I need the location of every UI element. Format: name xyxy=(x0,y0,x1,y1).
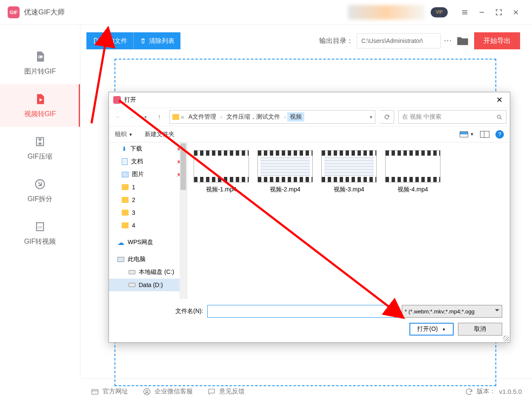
nav-recent-button[interactable]: ▾ xyxy=(140,111,152,123)
dialog-logo-icon xyxy=(113,96,121,104)
tree-item[interactable]: 文档📌 xyxy=(109,155,187,168)
wechat-support-link[interactable]: 企业微信客服 xyxy=(143,387,193,396)
dialog-bottom: 文件名(N): * (*.webm;*.mkv;*.mp4;*.ogg 打开(O… xyxy=(109,299,510,342)
feedback-link[interactable]: 意见反馈 xyxy=(207,387,245,396)
menu-button[interactable] xyxy=(456,4,473,21)
app-logo-icon: GIF xyxy=(8,6,20,18)
tree-item[interactable]: ☁WPS网盘 xyxy=(109,236,187,249)
official-site-link[interactable]: 官方网址 xyxy=(91,387,128,396)
trash-icon xyxy=(140,37,146,44)
tree-item[interactable]: 4 xyxy=(109,219,187,232)
dialog-titlebar[interactable]: 打开 ✕ xyxy=(109,92,510,108)
gif-file-icon: GIF xyxy=(34,220,46,233)
sidebar-item-gif-compress[interactable]: GIF压缩 xyxy=(0,127,80,169)
nav-refresh-button[interactable] xyxy=(380,110,394,124)
cancel-button[interactable]: 取消 xyxy=(458,323,502,336)
output-dir-label: 输出目录： xyxy=(319,37,353,46)
open-folder-button[interactable] xyxy=(455,34,470,48)
svg-point-14 xyxy=(146,390,148,392)
image-file-icon xyxy=(34,50,46,63)
tree-item[interactable]: ⬇下载📌 xyxy=(109,142,187,155)
file-icon xyxy=(92,37,99,44)
open-button[interactable]: 打开(O) ▼ xyxy=(409,323,454,336)
vip-badge[interactable]: VIP xyxy=(431,7,448,17)
filetype-select[interactable]: * (*.webm;*.mkv;*.mp4;*.ogg xyxy=(402,305,502,318)
support-icon xyxy=(143,387,151,396)
path-breadcrumb[interactable]: « A文件管理› 文件压缩，测试文件› 视频 ▾ xyxy=(169,110,375,124)
tree-item[interactable]: 图片📌 xyxy=(109,168,187,181)
tree-scrollbar[interactable] xyxy=(180,142,187,299)
svg-point-15 xyxy=(498,115,501,118)
app-title: 优速GIF大师 xyxy=(24,7,65,17)
help-button[interactable]: ? xyxy=(495,130,504,139)
svg-rect-12 xyxy=(92,390,98,394)
output-dir-input[interactable] xyxy=(357,33,441,48)
file-open-dialog: 打开 ✕ ← → ▾ ↑ « A文件管理› 文件压缩，测试文件› 视频 ▾ 在 … xyxy=(109,92,510,343)
filename-input[interactable] xyxy=(207,305,398,318)
sidebar: 图片转GIF 视频转GIF GIF压缩 GIF拆分 GIF GIF转视频 xyxy=(0,25,80,378)
version-info[interactable]: 版本： v1.0.5.0 xyxy=(465,387,522,396)
tree-item[interactable]: Data (D:) xyxy=(109,279,187,291)
file-item[interactable]: 视频-4.mp4 xyxy=(383,150,443,291)
title-bar: GIF 优速GIF大师 VIP xyxy=(0,0,532,25)
add-file-button[interactable]: 添加文件 xyxy=(86,32,134,49)
dialog-title: 打开 xyxy=(124,96,136,104)
view-mode-button[interactable]: ▼ xyxy=(460,131,474,137)
compress-icon xyxy=(34,135,46,148)
fullscreen-button[interactable] xyxy=(490,4,507,21)
dialog-toolbar: 组织 ▼ 新建文件夹 ▼ ? xyxy=(109,126,510,142)
chat-icon xyxy=(207,387,216,396)
video-file-icon xyxy=(34,93,46,105)
new-folder-button[interactable]: 新建文件夹 xyxy=(145,131,174,138)
export-button[interactable]: 开始导出 xyxy=(474,32,520,49)
tree-item[interactable]: 2 xyxy=(109,193,187,206)
file-item[interactable]: 视频-2.mp4 xyxy=(255,150,315,291)
tree-item[interactable]: 1 xyxy=(109,181,187,193)
refresh-icon xyxy=(465,387,473,396)
clear-list-button[interactable]: 清除列表 xyxy=(134,32,180,49)
folder-icon xyxy=(172,114,179,120)
svg-line-16 xyxy=(500,118,501,119)
nav-up-button[interactable]: ↑ xyxy=(153,111,165,123)
dialog-close-button[interactable]: ✕ xyxy=(493,95,506,105)
minimize-button[interactable] xyxy=(473,4,490,21)
nav-back-button[interactable]: ← xyxy=(112,111,124,123)
resize-grip[interactable] xyxy=(503,336,509,341)
dialog-nav: ← → ▾ ↑ « A文件管理› 文件压缩，测试文件› 视频 ▾ 在 视频 中搜… xyxy=(109,108,510,126)
tree-item[interactable]: 3 xyxy=(109,206,187,219)
sidebar-item-gif-split[interactable]: GIF拆分 xyxy=(0,169,80,212)
footer: 官方网址 企业微信客服 意见反馈 版本： v1.0.5.0 xyxy=(80,378,532,404)
folder-tree[interactable]: ⬇下载📌文档📌图片📌1234☁WPS网盘此电脑本地磁盘 (C:)Data (D:… xyxy=(109,142,187,299)
file-item[interactable]: 视频-3.mp4 xyxy=(319,150,379,291)
tree-item[interactable]: 此电脑 xyxy=(109,253,187,266)
sidebar-item-gif-to-video[interactable]: GIF GIF转视频 xyxy=(0,212,80,254)
search-icon xyxy=(496,114,503,120)
toolbar: 添加文件 清除列表 输出目录： ··· 开始导出 xyxy=(86,32,520,49)
search-input[interactable]: 在 视频 中搜索 xyxy=(398,110,506,124)
svg-point-7 xyxy=(39,56,40,57)
svg-text:GIF: GIF xyxy=(37,225,43,228)
sidebar-item-video-to-gif[interactable]: 视频转GIF xyxy=(0,84,80,127)
close-button[interactable] xyxy=(507,4,524,21)
more-button[interactable]: ··· xyxy=(441,34,455,48)
file-item[interactable]: 视频-1.mp4 xyxy=(192,150,251,291)
globe-icon xyxy=(91,387,99,396)
organize-dropdown[interactable]: 组织 ▼ xyxy=(115,131,133,138)
split-icon xyxy=(34,178,46,191)
filename-label: 文件名(N): xyxy=(175,307,203,315)
preview-pane-button[interactable] xyxy=(480,131,489,138)
user-avatar-area[interactable] xyxy=(348,5,425,20)
tree-item[interactable]: 本地磁盘 (C:) xyxy=(109,266,187,279)
sidebar-item-img-to-gif[interactable]: 图片转GIF xyxy=(0,42,80,84)
nav-forward-button[interactable]: → xyxy=(126,111,138,123)
file-list[interactable]: 视频-1.mp4视频-2.mp4视频-3.mp4视频-4.mp4 xyxy=(187,142,510,299)
